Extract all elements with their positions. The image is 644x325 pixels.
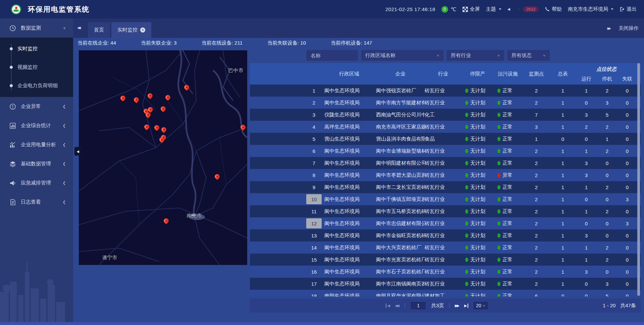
sidebar-item-2[interactable]: 企业异常❮	[0, 97, 73, 116]
sidebar-item-6[interactable]: 应急减排管理❮	[0, 173, 73, 193]
table-scrollbar[interactable]	[637, 63, 640, 296]
table-row[interactable]: 9阆中生态环境局阆中市二龙长宝页岩砖砖瓦行业无计划正常21120	[250, 181, 641, 193]
cell-index: 8	[306, 170, 322, 180]
table-row[interactable]: 10阆中生态环境局阆中千佛镇五郎垭页岩砖瓦行业无计划正常21003	[250, 193, 641, 205]
first-page-button[interactable]: ◀	[385, 304, 390, 308]
logout-button[interactable]: 退出	[620, 6, 637, 12]
cell-company: 南充市高坪区王家店建	[376, 124, 425, 130]
cell-lost-count: 0	[616, 100, 638, 106]
status-dot-green	[465, 197, 468, 202]
cell-industry: 砖瓦行业	[425, 160, 462, 166]
table-row[interactable]: 14阆中生态环境局阆中大兴页岩机砖厂砖瓦行业无计划正常21120	[250, 241, 641, 254]
cell-region: 阆中生态环境局	[322, 148, 376, 154]
fullscreen-button[interactable]: 全屏	[463, 6, 480, 12]
table-row[interactable]: 4高坪生态环境局南充市高坪区王家店建砖瓦行业无计划正常31220	[250, 121, 641, 133]
prev-page-button[interactable]: ◀◀	[395, 304, 399, 308]
table-row[interactable]: 6阆中生态环境局阆中市金博瑞新型墙材砖瓦行业无计划正常21120	[250, 145, 641, 157]
sidebar-item-5[interactable]: 基础数据管理❮	[0, 154, 73, 173]
facility-status-label: 正常	[502, 208, 513, 215]
map-panel[interactable]: 巴中市南充市遂宁市	[79, 50, 247, 265]
chevron-left-icon: ❮	[63, 181, 66, 185]
sidebar-subitem[interactable]: 企业电力负荷明细	[0, 76, 73, 95]
cell-index: 6	[306, 146, 322, 156]
sidebar-item-3[interactable]: 企业综合统计❮	[0, 116, 73, 135]
cell-monitor-count: 2	[522, 233, 551, 238]
col-header: 行政区域	[322, 63, 376, 85]
notification-bell[interactable]: 2632	[516, 6, 539, 12]
facility-status-label: 正常	[502, 160, 513, 166]
theme-dropdown[interactable]: 主题	[486, 6, 501, 12]
sidebar-subitem[interactable]: 视频监控	[0, 58, 73, 76]
cell-meter-count: 1	[551, 160, 575, 166]
cell-stop-plan: 无计划	[462, 172, 494, 178]
table-row[interactable]: 1阆中生态环境局阆中强锐页岩砖厂砖瓦行业无计划正常21120	[250, 85, 641, 97]
table-row[interactable]: 16阆中生态环境局阆中市石子页岩机砖厂砖瓦行业无计划正常21300	[250, 266, 641, 278]
table-row[interactable]: 7阆中生态环境局阆中明阳建材有限公司砖瓦行业无计划正常21300	[250, 157, 641, 169]
sidebar-item-4[interactable]: 企业用电量分析❮	[0, 135, 73, 154]
stop-plan-label: 无计划	[470, 172, 485, 178]
table-row[interactable]: 12阆中生态环境局阆中市忠信建材有限公砖瓦行业无计划正常21003	[250, 217, 641, 229]
table-row[interactable]: 13阆中生态环境局阆中市金福旺页岩机砖砖瓦行业无计划正常21300	[250, 229, 641, 241]
status-dot-green	[497, 258, 500, 262]
status-select[interactable]: 所有状态 ∨	[507, 50, 550, 61]
chevron-down-icon: ∨	[483, 304, 486, 307]
sidebar-item-7[interactable]: 日志查看❮	[0, 193, 73, 212]
cell-stop-plan: 无计划	[462, 208, 494, 215]
cell-industry: 砖瓦行业	[425, 148, 462, 154]
table-row[interactable]: 18南部生态环境局南部县双华水泥有限公建材加工无计划正常60050	[250, 290, 641, 296]
app-title: 环保用电监管系统	[28, 5, 90, 14]
name-search-input[interactable]	[306, 50, 358, 61]
status-dot-green	[465, 149, 468, 153]
status-dot-green	[497, 233, 500, 238]
sidebar-item-1[interactable]: 数据监测∨	[0, 18, 73, 38]
tab-home[interactable]: 首页	[88, 22, 110, 38]
row-index: 17	[306, 279, 322, 289]
cell-region: 阆中生态环境局	[322, 196, 376, 203]
stat-item-5: 当前停机设备: 147	[331, 40, 372, 46]
tabs-scroll-right-icon[interactable]: ▶▶	[607, 26, 610, 30]
page-number-input[interactable]	[410, 301, 426, 310]
col-header: 治污设施	[494, 63, 522, 85]
table-row[interactable]: 5营山生态环境局营山县润丰肉食品有限食品无计划正常10010	[250, 133, 641, 145]
close-tab-icon[interactable]: ✕	[140, 28, 145, 33]
org-dropdown[interactable]: 南充市生态环境局	[568, 6, 613, 12]
table-row[interactable]: 11阆中生态环境局阆中市五马桥页岩机砖砖瓦行业无计划正常21120	[250, 205, 641, 217]
sidebar-item-label: 基础数据管理	[21, 161, 51, 167]
table-row[interactable]: 17阆中生态环境局阆中市江南镇阆南页岩砖瓦行业无计划正常21030	[250, 278, 641, 290]
speaker-icon[interactable]: ◀	[507, 7, 510, 11]
page-size-value: 20	[476, 303, 481, 308]
table-row[interactable]: 3仪陇生态环境局西南油气田分公司川中化工无计划正常71350	[250, 109, 641, 121]
sidebar-nav: 数据监测∨实时监控视频监控企业电力负荷明细企业异常❮企业综合统计❮企业用电量分析…	[0, 18, 73, 322]
cell-meter-count: 1	[551, 100, 575, 106]
region-select[interactable]: 行政区域名称 ∨	[361, 50, 444, 61]
table-row[interactable]: 15阆中生态环境局阆中市光富页岩机砖厂砖瓦行业无计划正常21120	[250, 254, 641, 266]
cell-stopped-count: 2	[598, 184, 616, 190]
sidebar-subitem[interactable]: 实时监控	[0, 40, 73, 58]
cell-industry: 砖瓦行业	[425, 245, 462, 251]
chevron-down-icon	[611, 8, 613, 10]
help-button[interactable]: 帮助	[545, 6, 562, 12]
cell-stop-plan: 无计划	[462, 184, 494, 191]
panel-collapse-handle[interactable]: ◀	[74, 147, 81, 156]
cell-industry: 砖瓦行业	[425, 281, 462, 287]
cell-index: 17	[306, 279, 322, 289]
tab-realtime-monitor[interactable]: 实时监控 ✕	[111, 22, 151, 38]
status-select-value: 所有状态	[512, 52, 532, 59]
stop-plan-label: 无计划	[470, 112, 485, 118]
cell-facility-status: 正常	[494, 196, 522, 203]
table-header: 行政区域企业行业停限产治污设施监测点总表点位状态运行停机失联	[250, 63, 641, 85]
status-dot-green	[465, 113, 468, 117]
industry-select[interactable]: 所有行业 ∨	[446, 50, 504, 61]
city-label: 巴中市	[228, 67, 244, 74]
close-operations-button[interactable]: 关闭操作	[619, 25, 639, 32]
next-page-button[interactable]: ▶▶	[455, 304, 460, 308]
table-row[interactable]: 8阆中生态环境局阆中市枣碧大梁山页岩砖瓦行业无计划异常21300	[250, 169, 641, 181]
cell-facility-status: 异常	[494, 172, 522, 178]
table-row[interactable]: 2阆中生态环境局阆中市南方节能建材有砖瓦行业无计划正常21030	[250, 97, 641, 109]
last-page-button[interactable]: ▶	[464, 304, 468, 308]
tabs-scroll-left-icon[interactable]: ◀◀	[77, 26, 79, 30]
row-index: 15	[306, 255, 322, 265]
tab-home-label: 首页	[94, 27, 104, 33]
cell-lost-count: 0	[616, 88, 638, 94]
page-size-select[interactable]: 20 ∨	[473, 301, 488, 310]
